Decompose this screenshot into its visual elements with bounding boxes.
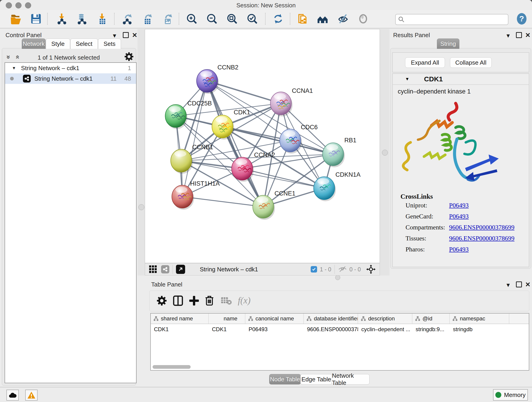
import-network-database-icon[interactable] [75,12,89,26]
table-panel-close-button[interactable]: ✕ [525,281,530,288]
crosslink-link[interactable]: 9606.ENSP00000378699 [449,235,514,242]
delete-table-icon[interactable] [221,296,232,305]
open-session-icon[interactable] [9,12,22,26]
control-panel-float-button[interactable] [123,32,129,38]
tree-expand-icon[interactable]: ▼ [12,66,16,70]
tab-edge-table[interactable]: Edge Table [300,374,332,385]
crosslink-row: Uniprot:P06493 [405,202,529,209]
import-table-file-icon[interactable] [95,12,109,26]
control-panel-close-button[interactable]: ✕ [132,32,137,38]
tab-node-table[interactable]: Node Table [269,374,301,385]
crosslink-row: Tissues:9606.ENSP00000378699 [405,235,529,242]
search-input[interactable] [407,16,508,23]
crosslink-label: GeneCard: [405,213,449,220]
network-view-toolbar: String Network – cdk1 1 - 0 0 - 0 [145,263,380,275]
network-options-gear-icon[interactable] [125,52,133,61]
crosslink-label: Compartments: [405,224,449,231]
tab-network-table[interactable]: Network Table [332,374,370,385]
export-image-icon[interactable] [161,12,174,26]
left-splitter[interactable] [138,29,145,275]
tab-string[interactable]: String [437,38,459,49]
crosslink-link[interactable]: P06493 [449,202,469,209]
grid-view-icon[interactable] [149,265,157,273]
column-header-canonical-name[interactable]: canonical name [245,313,304,324]
left-splitter-handle[interactable] [138,204,144,210]
share-view-icon[interactable] [161,265,169,274]
table-panel-float-button[interactable] [516,281,522,287]
expand-all-tree-icon[interactable]: » [13,55,21,59]
network-node-CCNE1[interactable]: CCNE1 [253,190,296,220]
network-node-RB1[interactable]: RB1 [323,137,356,167]
selected-checkbox-icon[interactable] [311,266,317,273]
add-column-icon[interactable] [189,295,199,306]
network-node-CCNB1[interactable]: CCNB1 [171,144,213,174]
memory-button[interactable]: Memory [493,389,528,401]
results-panel-collapse-icon[interactable]: ▼ [505,33,511,38]
column-header-description[interactable]: description [358,313,412,324]
column-header-database-identifier[interactable]: database identifier [304,313,358,324]
tab-sets[interactable]: Sets [98,38,121,49]
node-label: CDC6 [301,124,318,131]
column-header-shared-name[interactable]: shared name [151,313,209,324]
protein-card: ▼ CDK1 cyclin–dependent kinase 1 [392,73,529,267]
eye-gray-icon[interactable] [356,12,370,26]
function-builder-icon[interactable]: f(x) [238,295,251,306]
bottom-splitter-handle[interactable] [335,275,340,280]
crosslink-link[interactable]: P06493 [449,213,469,220]
protein-collapse-icon[interactable]: ▼ [405,77,409,82]
eye-slash-pen-icon[interactable] [336,12,350,26]
crosslinks-heading: CrossLinks [400,193,529,200]
control-panel-collapse-icon[interactable]: ▼ [112,33,117,38]
cloud-button[interactable] [6,390,19,401]
node-label: CDK1 [234,109,250,116]
houses-icon[interactable] [316,12,329,26]
tab-style[interactable]: Style [46,38,70,49]
results-panel-float-button[interactable] [516,32,522,38]
warnings-button[interactable] [25,390,38,401]
column-header-name[interactable]: name [209,313,245,324]
collapse-all-tree-icon[interactable]: » [5,55,13,59]
zoom-in-icon[interactable] [185,12,198,26]
tab-network[interactable]: Network [22,38,46,49]
collapse-all-button[interactable]: Collapse All [450,57,492,68]
export-table-icon[interactable] [140,12,154,26]
network-canvas[interactable]: CCNB2CCNA1CDC25BCDK1CDC6RB1CCNB1CCNA2CDK… [145,29,380,263]
crosslink-row: GeneCard:P06493 [405,213,529,220]
expand-all-button[interactable]: Expand All [405,57,445,68]
results-panel-close-button[interactable]: ✕ [525,32,530,38]
network-node-HIST1H1A[interactable]: HIST1H1A [172,180,220,210]
network-node-CCNB2[interactable]: CCNB2 [196,64,239,94]
network-node-CDKN1A[interactable]: CDKN1A [314,171,361,201]
delete-column-trash-icon[interactable] [205,295,214,306]
save-session-icon[interactable] [29,12,43,26]
help-button[interactable]: ? [515,12,528,26]
main-toolbar: ? [0,10,532,28]
column-header-namespac[interactable]: namespac [450,313,509,324]
refresh-icon[interactable] [272,12,285,26]
import-network-file-icon[interactable] [55,12,68,26]
column-header--id[interactable]: @id [412,313,450,324]
zoom-fit-icon[interactable] [225,12,239,26]
network-row[interactable]: String Network – cdk1 11 48 [5,73,136,84]
table-row[interactable]: CDK1CDK1P064939606.ENSP00000378699cyclin… [151,324,529,334]
export-network-icon[interactable] [120,12,133,26]
network-collection-row[interactable]: ▼ String Network – cdk1 1 [5,63,136,73]
show-columns-icon[interactable] [173,295,183,306]
table-panel-collapse-icon[interactable]: ▼ [505,282,511,288]
hidden-eye-slash-icon[interactable] [338,266,347,273]
network-node-CCNA1[interactable]: CCNA1 [270,87,313,116]
table-gear-icon[interactable] [157,296,167,306]
pan-crosshair-icon[interactable] [366,265,375,274]
birds-eye-view-icon[interactable] [176,265,185,274]
documents-share-icon[interactable] [296,12,309,26]
node-label: CCNB2 [217,64,239,71]
crosslink-link[interactable]: P06493 [449,246,469,253]
right-splitter-handle[interactable] [382,150,388,156]
zoom-selected-icon[interactable] [246,12,259,26]
table-horizontal-scrollbar[interactable] [152,365,191,369]
crosslink-link[interactable]: 9606.ENSP00000378699 [449,224,514,231]
tab-select[interactable]: Select [70,38,98,49]
zoom-out-icon[interactable] [205,12,219,26]
control-panel-title: Control Panel [6,32,42,39]
column-type-icon [307,316,312,321]
